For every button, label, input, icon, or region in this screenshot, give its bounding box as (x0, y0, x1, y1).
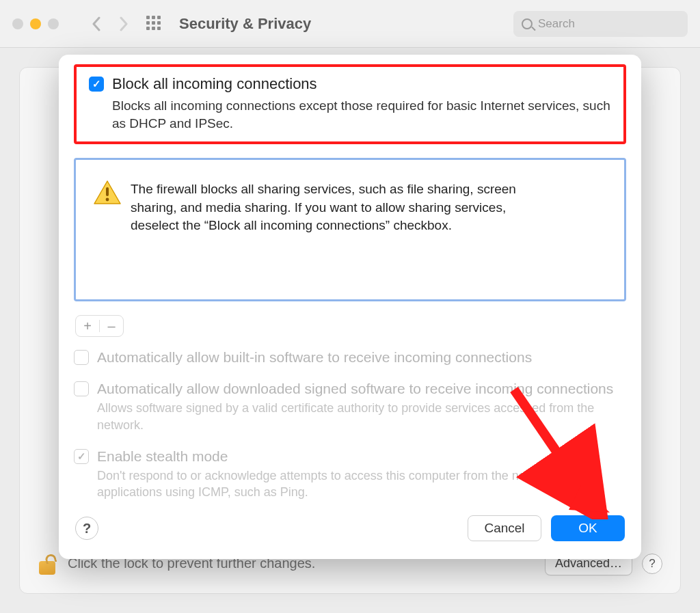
option-allow-signed: Automatically allow downloaded signed so… (74, 381, 626, 433)
allow-signed-checkbox (74, 381, 89, 396)
lock-icon[interactable] (38, 552, 57, 575)
stealth-description: Don't respond to or acknowledge attempts… (97, 467, 626, 501)
window-toolbar: Security & Privacy Search (0, 0, 700, 48)
annotation-highlight-block-all: ✓ Block all incoming connections Blocks … (74, 64, 626, 144)
warning-message: The firewall blocks all sharing services… (131, 180, 554, 235)
stealth-checkbox: ✓ (74, 449, 89, 464)
allow-signed-description: Allows software signed by a valid certif… (97, 400, 626, 433)
allow-builtin-label: Automatically allow built-in software to… (97, 349, 532, 366)
svg-point-2 (106, 198, 109, 202)
ok-button[interactable]: OK (551, 515, 625, 541)
sheet-button-row: ? Cancel OK (59, 515, 641, 541)
allow-signed-label: Automatically allow downloaded signed so… (97, 381, 613, 397)
block-all-description: Blocks all incoming connections except t… (112, 97, 611, 132)
add-app-button[interactable]: + (76, 318, 99, 334)
add-remove-segmented: + – (75, 315, 124, 337)
back-button[interactable] (86, 14, 107, 34)
block-all-label: Block all incoming connections (112, 75, 317, 93)
block-all-checkbox[interactable]: ✓ (89, 77, 104, 92)
forward-button[interactable] (113, 14, 134, 34)
sheet-help-button[interactable]: ? (75, 517, 98, 540)
zoom-window-button[interactable] (48, 18, 59, 29)
search-placeholder: Search (538, 17, 575, 31)
help-button[interactable]: ? (642, 554, 662, 574)
cancel-button[interactable]: Cancel (468, 515, 541, 541)
search-field[interactable]: Search (513, 11, 688, 37)
remove-app-button[interactable]: – (100, 318, 123, 334)
traffic-lights (12, 18, 59, 29)
window-title: Security & Privacy (179, 15, 311, 33)
allow-builtin-checkbox (74, 350, 89, 365)
firewall-options-sheet: ✓ Block all incoming connections Blocks … (59, 55, 641, 559)
minimize-window-button[interactable] (30, 18, 41, 29)
search-icon (522, 18, 533, 29)
apps-list-box: The firewall blocks all sharing services… (74, 158, 626, 301)
option-stealth-mode: ✓ Enable stealth mode Don't respond to o… (74, 448, 626, 501)
show-all-prefs-button[interactable] (146, 16, 163, 32)
svg-rect-1 (106, 187, 109, 196)
close-window-button[interactable] (12, 18, 23, 29)
warning-icon (94, 180, 121, 205)
stealth-label: Enable stealth mode (97, 448, 228, 465)
option-allow-builtin: Automatically allow built-in software to… (74, 349, 626, 366)
